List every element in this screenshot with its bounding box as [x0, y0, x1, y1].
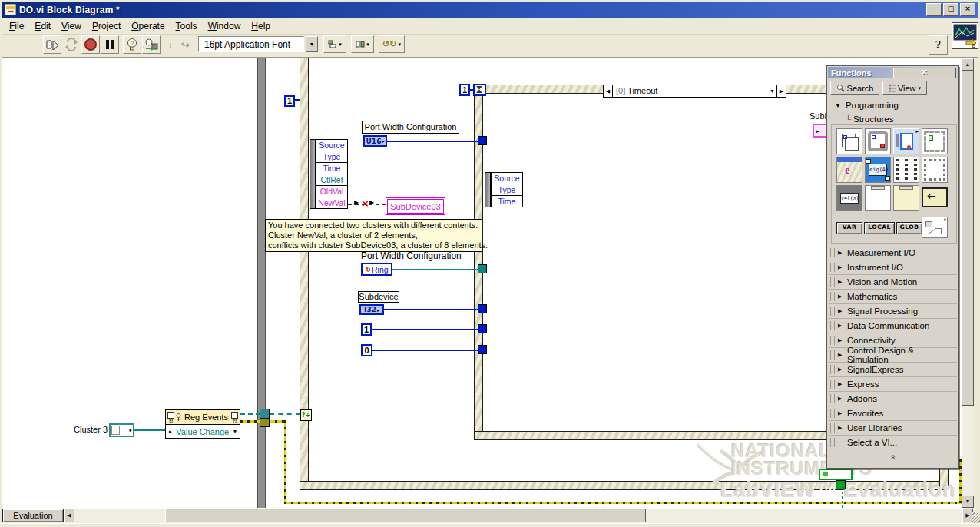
next-case-arrow[interactable]: ▶ [776, 85, 786, 97]
close-button[interactable]: × [960, 3, 975, 16]
event-field-ctlref[interactable]: CtlRef [316, 174, 348, 186]
palette-item-express[interactable]: ▶Express [829, 376, 957, 392]
horizontal-scroll-thumb[interactable] [165, 509, 646, 522]
error-wire-vertical-2[interactable] [959, 459, 962, 503]
palette-title-bar[interactable]: Functions × [828, 67, 958, 78]
palette-item-measurement-io[interactable]: ▶Measurement I/O [829, 245, 957, 260]
one-wire[interactable] [371, 329, 479, 330]
step-into-button[interactable]: ↓ [163, 35, 177, 54]
i32-wire[interactable] [384, 309, 479, 310]
palette-item-favorites[interactable]: ▶Favorites [829, 406, 957, 421]
pause-button[interactable] [101, 35, 119, 54]
menu-file[interactable]: File [9, 21, 24, 31]
u16-wire[interactable] [387, 141, 479, 142]
block-diagram-canvas[interactable]: NATIONAL INSTRUMENTS LabVIEW™ Evaluation… [2, 58, 962, 509]
u16-tunnel[interactable] [478, 136, 487, 145]
palette-search-button[interactable]: Search [830, 81, 879, 95]
maximize-button[interactable]: □ [943, 3, 958, 16]
scroll-down-button[interactable]: ▼ [962, 496, 974, 508]
zero-tunnel[interactable] [478, 345, 487, 354]
one-constant[interactable]: 1 [361, 323, 372, 336]
structure-diagram-disable-icon[interactable] [865, 185, 891, 211]
i32-tunnel[interactable] [478, 304, 487, 313]
scroll-up-button[interactable]: ▲ [962, 58, 974, 71]
left-one-constant[interactable]: 1 [284, 95, 295, 107]
structure-for-loop-icon[interactable] [922, 128, 948, 154]
event-name[interactable]: Value Change [172, 427, 233, 436]
boolean-tunnel[interactable] [836, 480, 846, 489]
dynamic-event-terminal[interactable]: ?+ [300, 409, 312, 421]
palette-item-select-a-vi[interactable]: Select a VI... [829, 435, 957, 449]
ring-tunnel[interactable] [478, 264, 487, 273]
cluster3-terminal[interactable]: ▸ [109, 423, 134, 437]
functions-palette[interactable]: Functions × Search View ▾ ▼ Programming … [826, 65, 959, 469]
menu-help[interactable]: Help [251, 21, 270, 31]
port-width-config-label-boxed[interactable]: Port Width Configuration [362, 121, 459, 134]
window-resize-grip[interactable] [972, 512, 980, 523]
scroll-right-button[interactable]: ▶ [962, 509, 973, 522]
decorations-icon[interactable]: ▸ [922, 217, 948, 238]
loop-condition-node[interactable] [819, 469, 853, 480]
title-bar[interactable]: DO.vi Block Diagram * ─ □ × [2, 2, 978, 18]
subdevice-label[interactable]: Subdevice [358, 291, 399, 303]
u16-constant[interactable]: U16▸ [363, 135, 387, 147]
structure-conditional-disable-icon[interactable] [893, 185, 919, 211]
event-data-node-outer[interactable]: Source Type Time CtlRef OldVal NewVal [310, 139, 348, 209]
zero-wire[interactable] [372, 350, 479, 351]
i32-constant[interactable]: I32▸ [359, 304, 384, 315]
palette-item-addons[interactable]: ▶Addons [829, 391, 957, 406]
left-const-wire[interactable] [295, 99, 300, 101]
structure-mathscript-icon[interactable]: eig(A) [865, 157, 891, 183]
ring-wire[interactable] [392, 269, 479, 270]
event-field-newval[interactable]: NewVal [316, 197, 348, 209]
align-objects-button[interactable]: ▾ [323, 35, 346, 53]
palette-item-instrument-io[interactable]: ▶Instrument I/O [829, 260, 957, 275]
event-field-source[interactable]: Source [316, 139, 348, 151]
previous-case-arrow[interactable]: ◀ [604, 85, 613, 97]
event-dropdown-arrow[interactable]: ▾ [233, 428, 237, 435]
event-field-time[interactable]: Time [491, 195, 523, 207]
vertical-scroll-thumb[interactable] [962, 71, 974, 406]
event-reg-wire-b[interactable] [270, 413, 300, 415]
cluster3-label[interactable]: Cluster 3 [74, 425, 108, 434]
event-field-type[interactable]: Type [491, 184, 523, 196]
event-field-oldval[interactable]: OldVal [316, 185, 348, 197]
global-variable-button[interactable]: GLOB [896, 222, 922, 234]
palette-view-button[interactable]: View ▾ [882, 81, 927, 95]
abort-button[interactable] [81, 35, 100, 54]
palette-item-vision-motion[interactable]: ▶Vision and Motion [829, 274, 957, 290]
event-reg-wire-a[interactable] [240, 413, 260, 415]
context-help-button[interactable]: ? [929, 35, 948, 55]
event-field-type[interactable]: Type [316, 151, 348, 163]
menu-tools[interactable]: Tools [176, 21, 197, 31]
one-tunnel[interactable] [478, 324, 487, 333]
structure-timed-icon[interactable]: e [836, 157, 862, 183]
event-data-node-grip[interactable] [310, 139, 316, 209]
menu-operate[interactable]: Operate [131, 21, 164, 31]
register-for-events-node[interactable]: ?! Reg Events ?! ▸ Value Change ▾ [165, 409, 240, 439]
minimize-button[interactable]: ─ [926, 3, 942, 16]
palette-item-data-communication[interactable]: ▶Data Communication [829, 318, 957, 333]
menu-view[interactable]: View [61, 21, 81, 31]
structure-event-icon[interactable]: ▸ [893, 128, 919, 154]
structure-case-icon[interactable] [922, 157, 948, 183]
error-wire-vertical-1[interactable] [284, 420, 286, 503]
distribute-objects-button[interactable]: ▾ [351, 35, 374, 53]
palette-item-user-libraries[interactable]: ▶User Libraries [829, 420, 957, 436]
structure-while-loop-icon[interactable] [865, 128, 891, 154]
vertical-scrollbar[interactable]: ▲ ▼ [962, 58, 974, 509]
event-case-selector[interactable]: ◀ [0] Timeout ▼ ▶ [603, 85, 786, 98]
font-selector-dropdown[interactable]: ▼ [306, 36, 318, 52]
palette-category-programming[interactable]: ▼ Programming [829, 98, 957, 112]
while-loop-left-border[interactable] [257, 58, 266, 508]
cluster3-wire[interactable] [134, 429, 165, 431]
zero-constant[interactable]: 0 [361, 344, 372, 356]
menu-project[interactable]: Project [92, 21, 121, 31]
vi-connector-icon[interactable]: 5 [952, 22, 978, 49]
pane-left-arrow-button[interactable]: ◀ [64, 509, 74, 522]
event-data-node-inner[interactable]: Source Type Time [485, 172, 523, 207]
outer-event-structure-left-border[interactable] [300, 58, 309, 490]
palette-item-control-design[interactable]: ▶Control Design & Simulation [829, 347, 957, 363]
highlight-execution-button[interactable]: ? [123, 35, 141, 54]
timeout-constant[interactable]: 1 [459, 84, 470, 96]
